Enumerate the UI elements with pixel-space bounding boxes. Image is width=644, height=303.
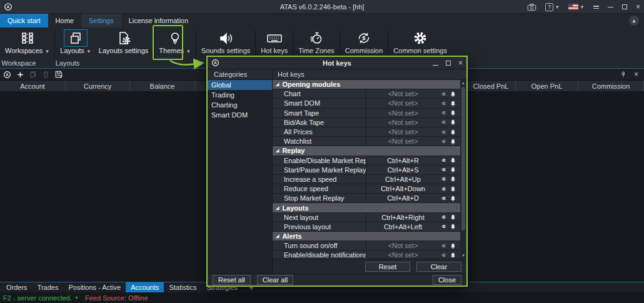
section-header-opening-modules[interactable]: ◢Opening modules bbox=[273, 80, 460, 89]
clear-hotkey-icon[interactable] bbox=[440, 242, 446, 249]
bell-icon[interactable] bbox=[450, 166, 456, 173]
bottom-tab-trades[interactable]: Trades bbox=[33, 282, 64, 292]
reset-all-button[interactable]: Reset all bbox=[213, 275, 251, 285]
hotkey-row-increase-a-speed[interactable]: Increase a speedCtrl+Alt+Up bbox=[273, 175, 460, 184]
screenshot-button[interactable] bbox=[527, 3, 536, 11]
tab-license-information[interactable]: License information bbox=[121, 14, 196, 27]
hotkey-shortcut[interactable]: Ctrl+Alt+Right bbox=[366, 214, 440, 221]
hotkey-row-start-pause-market-replay[interactable]: Start/Pause Market ReplayCtrl+Alt+S bbox=[273, 166, 460, 175]
bell-icon[interactable] bbox=[450, 109, 456, 116]
category-item-trading[interactable]: Trading bbox=[208, 90, 272, 100]
column-header-closed-pnl[interactable]: Closed PnL bbox=[466, 81, 516, 91]
hotkey-shortcut[interactable]: <Not set> bbox=[366, 137, 440, 145]
hotkey-shortcut[interactable]: Ctrl+Alt+D bbox=[366, 194, 440, 202]
section-header-replay[interactable]: ◢Replay bbox=[273, 146, 460, 156]
hotkey-row-watchlist[interactable]: Watchlist<Not set> bbox=[273, 137, 460, 146]
column-header-balance[interactable]: Balance bbox=[130, 81, 195, 91]
bottom-tab-orders[interactable]: Orders bbox=[1, 282, 33, 292]
clear-all-button[interactable]: Clear all bbox=[257, 275, 293, 285]
clear-hotkey-icon[interactable] bbox=[440, 252, 446, 259]
hotkey-row-stop-market-replay[interactable]: Stop Market ReplayCtrl+Alt+D bbox=[273, 194, 460, 203]
clear-hotkey-icon[interactable] bbox=[440, 166, 446, 173]
tab-quick-start[interactable]: Quick start bbox=[0, 14, 48, 27]
clear-hotkey-icon[interactable] bbox=[440, 214, 446, 221]
hotkey-shortcut[interactable]: <Not set> bbox=[366, 90, 440, 97]
bell-icon[interactable] bbox=[450, 176, 456, 182]
hotkey-shortcut[interactable]: <Not set> bbox=[366, 119, 440, 126]
bell-icon[interactable] bbox=[450, 242, 456, 249]
clear-hotkey-icon[interactable] bbox=[440, 138, 446, 145]
bell-icon[interactable] bbox=[450, 157, 456, 164]
column-header-open-pnl[interactable]: Open PnL bbox=[516, 81, 578, 91]
category-item-charting[interactable]: Charting bbox=[208, 100, 272, 110]
hotkey-shortcut[interactable]: <Not set> bbox=[366, 128, 440, 136]
reset-button[interactable]: Reset bbox=[365, 262, 410, 272]
add-account-button[interactable] bbox=[17, 71, 24, 78]
bell-icon[interactable] bbox=[450, 186, 456, 192]
hotkey-shortcut[interactable]: Ctrl+Alt+Up bbox=[366, 176, 440, 183]
bell-icon[interactable] bbox=[450, 252, 456, 259]
hotkey-row-next-layout[interactable]: Next layoutCtrl+Alt+Right bbox=[273, 213, 460, 222]
hotkey-shortcut[interactable]: <Not set> bbox=[366, 99, 440, 107]
scrollbar-thumb[interactable] bbox=[461, 87, 465, 231]
workspaces-button[interactable]: Workspaces ▼ bbox=[1, 27, 53, 60]
layouts-settings-button[interactable]: Layouts settings bbox=[95, 27, 153, 60]
hotkey-row-smart-tape[interactable]: Smart Tape<Not set> bbox=[273, 109, 460, 118]
help-dropdown-button[interactable]: ?▼ bbox=[545, 3, 560, 11]
section-header-layouts[interactable]: ◢Layouts bbox=[273, 203, 460, 212]
hotkey-shortcut[interactable]: Ctrl+Alt+R bbox=[366, 157, 440, 164]
pin-panel-button[interactable] bbox=[620, 71, 626, 78]
clear-hotkey-icon[interactable] bbox=[440, 157, 446, 164]
dialog-minimize-button[interactable] bbox=[433, 59, 438, 67]
tab-home[interactable]: Home bbox=[48, 14, 81, 27]
bell-icon[interactable] bbox=[450, 195, 456, 202]
clear-hotkey-icon[interactable] bbox=[440, 109, 446, 116]
tab-settings[interactable]: Settings bbox=[81, 14, 121, 27]
dialog-close-button[interactable]: × bbox=[458, 59, 463, 67]
clear-hotkey-icon[interactable] bbox=[440, 223, 446, 230]
bottom-tab-accounts[interactable]: Accounts bbox=[126, 282, 164, 292]
hotkey-row-enable-disable-notifications[interactable]: Enable/disable notifications<Not set> bbox=[273, 251, 460, 259]
bottom-tab-statistics[interactable]: Statistics bbox=[164, 282, 201, 292]
bell-icon[interactable] bbox=[450, 119, 456, 126]
dialog-maximize-button[interactable] bbox=[446, 59, 451, 67]
hotkey-shortcut[interactable]: <Not set> bbox=[366, 242, 440, 249]
hotkey-shortcut[interactable]: Ctrl+Alt+Left bbox=[366, 223, 440, 231]
close-panel-button[interactable]: × bbox=[634, 71, 638, 78]
column-header-currency[interactable]: Currency bbox=[66, 81, 130, 91]
bell-icon[interactable] bbox=[450, 138, 456, 145]
hotkey-shortcut[interactable]: Ctrl+Alt+Down bbox=[366, 185, 440, 192]
bottom-tab-positions-active[interactable]: Positions - Active bbox=[63, 282, 126, 292]
hotkey-row-all-prices[interactable]: All Prices<Not set> bbox=[273, 127, 460, 137]
edit-account-button[interactable] bbox=[29, 71, 37, 78]
hotkey-shortcut[interactable]: <Not set> bbox=[366, 251, 440, 259]
bell-icon[interactable] bbox=[450, 100, 456, 107]
bell-icon[interactable] bbox=[450, 91, 456, 97]
category-item-smart-dom[interactable]: Smart DOM bbox=[208, 110, 272, 120]
clear-hotkey-icon[interactable] bbox=[440, 119, 446, 126]
section-header-alerts[interactable]: ◢Alerts bbox=[273, 232, 460, 241]
hotkey-row-smart-dom[interactable]: Smart DOM<Not set> bbox=[273, 99, 460, 108]
minimize-button[interactable] bbox=[608, 7, 613, 7]
clear-hotkey-icon[interactable] bbox=[440, 176, 446, 182]
collapse-ribbon-button[interactable]: ▲ bbox=[629, 16, 639, 26]
close-button[interactable]: × bbox=[636, 3, 640, 11]
bell-icon[interactable] bbox=[450, 214, 456, 221]
hotkey-row-previous-layout[interactable]: Previous layoutCtrl+Alt+Left bbox=[273, 222, 460, 232]
connection-status[interactable]: F2 - server connected.▼ bbox=[3, 294, 79, 302]
language-dropdown-button[interactable]: ▼ bbox=[568, 4, 585, 10]
clear-hotkey-icon[interactable] bbox=[440, 195, 446, 202]
bell-icon[interactable] bbox=[450, 129, 456, 136]
scrollbar[interactable]: ▲ ▼ bbox=[460, 80, 466, 259]
collapse-window-button[interactable] bbox=[593, 6, 599, 9]
hotkey-shortcut[interactable]: Ctrl+Alt+S bbox=[366, 166, 440, 174]
hotkey-row-bid-ask-tape[interactable]: Bid/Ask Tape<Not set> bbox=[273, 118, 460, 127]
hotkey-shortcut[interactable]: <Not set> bbox=[366, 109, 440, 117]
themes-button[interactable]: Themes ▼ bbox=[155, 27, 194, 60]
delete-account-button[interactable] bbox=[43, 71, 49, 78]
close-dialog-button[interactable]: Close bbox=[433, 275, 461, 285]
scroll-up-icon[interactable]: ▲ bbox=[461, 80, 465, 86]
clear-hotkey-icon[interactable] bbox=[440, 129, 446, 136]
scroll-down-icon[interactable]: ▼ bbox=[461, 252, 465, 259]
maximize-button[interactable] bbox=[622, 4, 627, 9]
